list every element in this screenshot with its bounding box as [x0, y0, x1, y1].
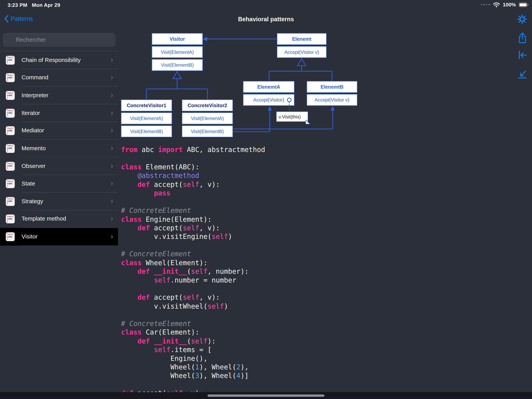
sidebar-item-label: Interpreter [22, 92, 49, 99]
uml-method: Accept(Visitor v) [307, 94, 357, 106]
sidebar-item-mediator[interactable]: func{code}Mediator› [0, 122, 118, 140]
chevron-right-icon: › [111, 162, 113, 170]
code-line: v.visitWheel(self) [121, 302, 265, 311]
resize-corner-icon[interactable] [517, 69, 528, 81]
sidebar-item-state[interactable]: func{code}State› [0, 175, 118, 193]
code-file-icon: func{code} [6, 232, 15, 241]
home-indicator[interactable] [208, 394, 324, 397]
uml-method: Visit(ElementB) [182, 125, 233, 137]
chevron-right-icon: › [111, 127, 113, 134]
note-fold-icon [306, 120, 310, 124]
uml-method: Visit(ElementB) [152, 59, 203, 71]
code-file-icon: func{code} [6, 179, 15, 188]
code-line [121, 154, 265, 163]
uml-class-element: ElenemtAccept(Visitor v) [277, 33, 327, 58]
chevron-right-icon: › [111, 91, 113, 99]
sidebar-item-label: Iterator [22, 110, 40, 116]
gear-icon[interactable] [517, 14, 528, 25]
sidebar-item-label: Memento [22, 145, 46, 152]
uml-class-name: ConcreteVisitor1 [121, 100, 172, 111]
code-line [121, 241, 265, 250]
uml-method: Accept(Visitor v) [277, 46, 327, 58]
sidebar: func{code}Chain of Responsibility›func{c… [0, 29, 118, 399]
sidebar-item-chain-of-responsibility[interactable]: func{code}Chain of Responsibility› [0, 51, 118, 69]
code-line: class Wheel(Element): [121, 258, 265, 267]
sidebar-item-label: Visitor [22, 233, 38, 240]
sidebar-item-label: Template method [22, 216, 66, 223]
search-input[interactable] [3, 33, 115, 47]
uml-class-name: ElenemtB [307, 81, 357, 93]
code-line: # ConcreteElement [121, 250, 265, 258]
clock-date: Mon Apr 29 [32, 2, 60, 8]
sidebar-item-label: Mediator [22, 127, 44, 134]
chevron-right-icon: › [111, 197, 113, 205]
sidebar-list: func{code}Chain of Responsibility›func{c… [0, 51, 118, 246]
uml-method: Visit(ElementA) [152, 46, 203, 58]
code-line: self.items = [ [121, 345, 265, 354]
chevron-right-icon: › [111, 215, 113, 223]
chevron-right-icon: › [111, 180, 113, 187]
code-file-icon: func{code} [6, 215, 15, 224]
uml-note-text: v.Visit(this) [279, 114, 301, 119]
chevron-right-icon: › [111, 144, 113, 152]
code-line: def accept(self, v): [121, 224, 265, 232]
code-line: self.number = number [121, 276, 265, 285]
code-line: def __init__(self, number): [121, 267, 265, 276]
code-line [121, 285, 265, 293]
code-line: class Element(ABC): [121, 163, 265, 172]
sidebar-item-memento[interactable]: func{code}Memento› [0, 140, 118, 157]
code-line: @abstractmethod [121, 171, 265, 180]
sidebar-item-label: Strategy [22, 198, 43, 205]
code-line: # ConcreteElement [121, 319, 265, 328]
sidebar-item-observer[interactable]: func{code}Observer› [0, 157, 118, 175]
code-line: class Car(Element): [121, 328, 265, 337]
uml-class-name: ElenemtA [243, 81, 294, 93]
code-line: class Engine(Element): [121, 215, 265, 224]
code-line: def accept(self, v): [121, 293, 265, 302]
code-line: v.visitEngine(self) [121, 232, 265, 241]
code-line: pass [121, 189, 265, 198]
code-file-icon: func{code} [6, 162, 15, 171]
code-file-icon: func{code} [6, 73, 15, 82]
code-line: # ConcreteElement [121, 206, 265, 215]
uml-note: v.Visit(this) [276, 111, 308, 122]
code-line: Engine(), [121, 354, 265, 363]
navigation-bar: Patterns Behavioral patterns [0, 10, 532, 29]
battery-percentage: 100% [503, 2, 516, 8]
code-line [121, 198, 265, 206]
code-file-icon: func{code} [6, 144, 15, 153]
code-block: from abc import ABC, abstractmethod clas… [121, 145, 265, 398]
page-title: Behavioral patterns [0, 16, 532, 23]
sidebar-item-command[interactable]: func{code}Command› [0, 69, 118, 87]
uml-class-name: Visitor [152, 33, 203, 45]
sidebar-item-strategy[interactable]: func{code}Strategy› [0, 193, 118, 210]
sidebar-item-template-method[interactable]: func{code}Template method› [0, 210, 118, 228]
code-file-icon: func{code} [6, 91, 15, 100]
share-icon[interactable] [517, 32, 528, 44]
chevron-right-icon: › [111, 109, 113, 117]
sidebar-item-label: Chain of Responsibility [22, 57, 81, 64]
uml-class-concrete-visitor-1: ConcreteVisitor1Visit(ElementA)Visit(Ele… [121, 100, 172, 137]
home-indicator-area [0, 392, 532, 399]
code-line: from abc import ABC, abstractmethod [121, 145, 265, 154]
sidebar-item-visitor[interactable]: func{code}Visitor› [0, 228, 118, 246]
code-line [121, 380, 265, 389]
code-file-icon: func{code} [6, 126, 15, 135]
uml-class-element-b: ElenemtBAccept(Visitor v) [307, 81, 357, 106]
app-window: 3:23 PM Mon Apr 29 100% [0, 0, 532, 399]
sidebar-item-interpreter[interactable]: func{code}Interpreter› [0, 87, 118, 104]
status-bar: 3:23 PM Mon Apr 29 100% [0, 0, 532, 10]
clock-time: 3:23 PM [8, 2, 27, 8]
uml-class-concrete-visitor-2: ConcreteVisitor2Visit(ElementA)Visit(Ele… [182, 100, 233, 137]
code-line: def __init__(self): [121, 337, 265, 346]
collapse-left-icon[interactable] [517, 50, 528, 62]
battery-icon [519, 2, 529, 7]
cellular-signal-icon [481, 4, 490, 5]
uml-class-visitor: VisitorVisit(ElementA)Visit(ElementB) [152, 33, 203, 71]
uml-method: Visit(ElementB) [121, 125, 172, 137]
sidebar-item-label: State [22, 180, 35, 187]
chevron-right-icon: › [111, 74, 113, 81]
uml-method: Accept(Visitor) [243, 94, 294, 106]
code-line: def accept(self, v): [121, 180, 265, 189]
sidebar-item-iterator[interactable]: func{code}Iterator› [0, 104, 118, 122]
